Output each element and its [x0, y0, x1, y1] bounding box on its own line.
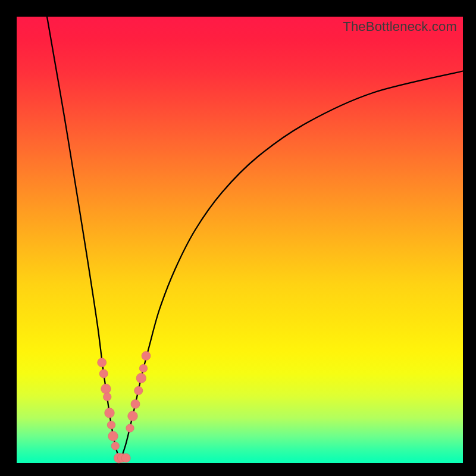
data-marker — [131, 400, 140, 409]
data-marker — [121, 453, 130, 462]
data-marker — [128, 411, 138, 421]
data-marker — [101, 384, 111, 394]
plot-area: TheBottleneck.com — [17, 17, 463, 463]
data-marker — [139, 364, 148, 372]
data-marker — [134, 386, 143, 394]
data-marker — [107, 421, 115, 430]
data-marker — [108, 431, 118, 441]
data-marker — [142, 352, 151, 361]
data-marker — [104, 393, 112, 401]
data-marker — [98, 358, 107, 367]
data-marker — [105, 408, 115, 418]
data-marker — [136, 373, 146, 383]
outer-frame: TheBottleneck.com — [0, 0, 476, 476]
markers-group — [98, 352, 151, 464]
data-marker — [126, 424, 134, 433]
data-marker — [111, 442, 120, 450]
data-marker — [99, 369, 108, 378]
chart-overlay-svg — [17, 17, 463, 463]
curve-right-arm — [121, 71, 464, 459]
